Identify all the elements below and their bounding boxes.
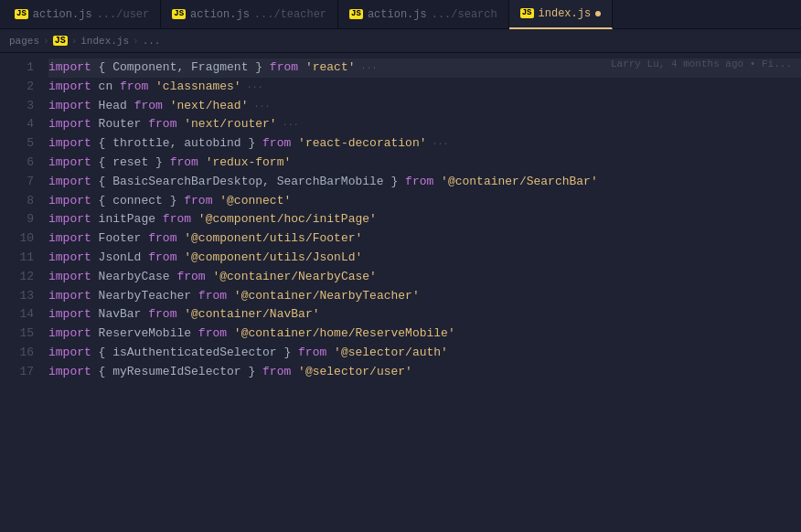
- keyword: import: [48, 250, 91, 264]
- keyword: import: [48, 307, 91, 321]
- string: '@selector/auth': [326, 346, 448, 359]
- punct: {: [91, 155, 112, 169]
- keyword-from: from: [148, 307, 176, 321]
- identifier: isAuthenticatedSelector: [112, 346, 276, 359]
- punct: }: [148, 155, 169, 169]
- identifier: connect: [112, 194, 163, 207]
- tab-path: .../search: [432, 8, 497, 21]
- modified-dot: [595, 11, 601, 16]
- js-icon: JS: [520, 8, 534, 18]
- js-icon: JS: [172, 9, 186, 19]
- identifier: NearbyCase: [91, 270, 177, 283]
- keyword-from: from: [170, 155, 198, 169]
- identifier: JsonLd: [91, 250, 148, 264]
- keyword-from: from: [270, 60, 298, 74]
- keyword-from: from: [148, 117, 176, 131]
- keyword-from: from: [198, 289, 227, 303]
- string: '@container/home/ReserveMobile': [227, 326, 455, 340]
- breadcrumb: pages › JS › index.js › ...: [0, 29, 801, 53]
- breadcrumb-js: JS: [53, 36, 68, 46]
- code-line: import NearbyTeacher from '@container/Ne…: [48, 287, 801, 306]
- identifier: cn: [91, 80, 120, 93]
- keyword-from: from: [262, 136, 291, 150]
- dots: ···: [356, 63, 378, 73]
- code-line: import ReserveMobile from '@container/ho…: [48, 325, 801, 344]
- identifier: NearbyTeacher: [91, 289, 198, 303]
- string: '@container/NearbyCase': [206, 270, 377, 283]
- string: 'react-decoration': [291, 136, 426, 150]
- string: '@container/SearchBar': [433, 175, 597, 188]
- tab-label: action.js: [33, 8, 92, 21]
- string: '@component/utils/JsonLd': [176, 250, 362, 264]
- keyword: import: [48, 365, 91, 378]
- string: '@connect': [212, 194, 291, 207]
- keyword: import: [48, 80, 91, 93]
- code-line: import cn from 'classnames' ···: [48, 78, 801, 97]
- punct: {: [91, 136, 112, 150]
- punct: {: [91, 175, 112, 188]
- identifier: ReserveMobile: [91, 326, 198, 340]
- keyword: import: [48, 175, 91, 188]
- punct: }: [241, 365, 262, 378]
- keyword: import: [48, 136, 91, 150]
- keyword: import: [48, 289, 91, 303]
- breadcrumb-pages: pages: [9, 36, 39, 47]
- keyword-from: from: [184, 194, 212, 207]
- code-line: import JsonLd from '@component/utils/Jso…: [48, 249, 801, 268]
- tab-action-teacher[interactable]: JS action.js .../teacher: [161, 0, 338, 29]
- string: 'react': [298, 60, 355, 74]
- string: 'redux-form': [198, 155, 291, 169]
- keyword-from: from: [148, 250, 176, 264]
- identifier: Footer: [91, 231, 148, 245]
- identifier: initPage: [91, 212, 163, 226]
- keyword: import: [48, 270, 91, 283]
- code-line: import initPage from '@component/hoc/ini…: [48, 210, 801, 229]
- code-line: import Footer from '@component/utils/Foo…: [48, 229, 801, 249]
- tab-label: action.js: [190, 8, 250, 21]
- code-line: import { isAuthenticatedSelector } from …: [48, 344, 801, 363]
- dots: ···: [241, 82, 263, 92]
- code-line: import { BasicSearchBarDesktop, SearchBa…: [48, 173, 801, 192]
- code-line: import { connect } from '@connect': [48, 192, 801, 211]
- punct: {: [91, 60, 112, 74]
- breadcrumb-file: index.js: [80, 36, 129, 47]
- keyword-from: from: [298, 346, 326, 359]
- code-line: import NearbyCase from '@container/Nearb…: [48, 268, 801, 287]
- identifier: Router: [91, 117, 148, 131]
- punct: {: [91, 346, 112, 359]
- keyword-from: from: [405, 175, 433, 188]
- tab-bar: JS action.js .../user JS action.js .../t…: [0, 0, 801, 29]
- tab-label: action.js: [368, 8, 427, 21]
- keyword-from: from: [134, 99, 163, 112]
- keyword-from: from: [148, 231, 176, 245]
- breadcrumb-sep1: ›: [43, 36, 49, 47]
- keyword: import: [48, 326, 91, 340]
- js-icon: JS: [15, 9, 28, 19]
- tab-path: .../user: [97, 8, 150, 21]
- line-numbers: 12345 678910 1112131415 1617: [0, 53, 41, 532]
- punct: }: [248, 60, 269, 74]
- js-icon: JS: [349, 9, 363, 19]
- code-line: import NavBar from '@container/NavBar': [48, 305, 801, 325]
- string: '@container/NavBar': [176, 307, 319, 321]
- tab-index[interactable]: JS index.js: [509, 0, 613, 29]
- code-line: import { reset } from 'redux-form': [48, 154, 801, 173]
- identifier: BasicSearchBarDesktop, SearchBarMobile: [112, 175, 383, 188]
- dots: ···: [277, 120, 299, 130]
- identifier: Component, Fragment: [112, 60, 248, 74]
- editor: 12345 678910 1112131415 1617 Larry Lu, 4…: [0, 53, 801, 532]
- keyword: import: [48, 60, 91, 74]
- string: 'classnames': [148, 80, 240, 93]
- dots: ···: [427, 139, 449, 149]
- string: '@selector/user': [291, 365, 412, 378]
- code-area[interactable]: Larry Lu, 4 months ago • Fi... import { …: [41, 53, 801, 532]
- keyword: import: [48, 194, 91, 207]
- identifier: throttle, autobind: [112, 136, 240, 150]
- tab-action-search[interactable]: JS action.js .../search: [338, 0, 509, 29]
- tab-action-user[interactable]: JS action.js .../user: [4, 0, 161, 29]
- string: '@component/utils/Footer': [176, 231, 362, 245]
- keyword: import: [48, 346, 91, 359]
- string: '@container/NearbyTeacher': [227, 289, 420, 303]
- punct: }: [277, 346, 298, 359]
- dots: ···: [248, 101, 270, 112]
